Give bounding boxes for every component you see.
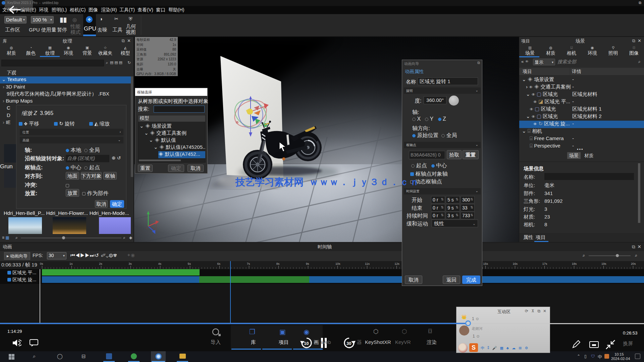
svg-text:30: 30 xyxy=(346,341,351,346)
svg-text:10: 10 xyxy=(304,341,309,346)
